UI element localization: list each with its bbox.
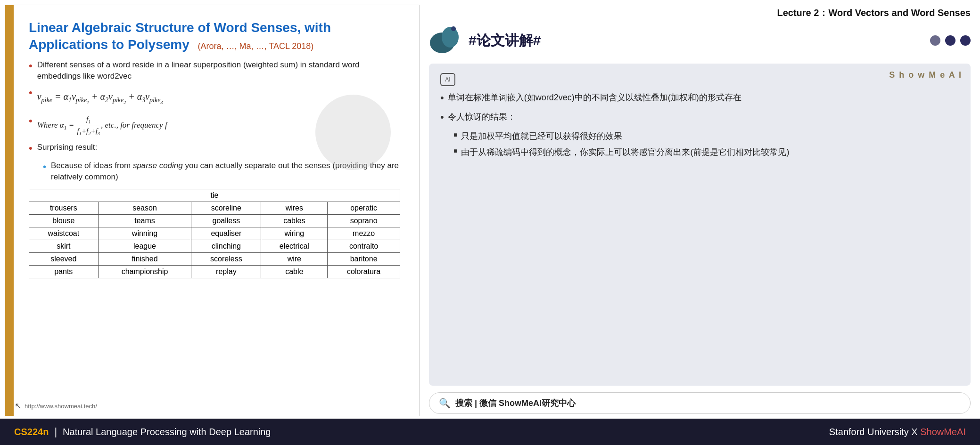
footer-left: CS224n | Natural Language Processing wit… [14, 426, 271, 438]
right-panel: Lecture 2：Word Vectors and Word Senses #… [424, 0, 980, 419]
nav-dots [930, 35, 971, 46]
footer-cs-label: CS224n [14, 427, 49, 437]
topic-title: #论文讲解# [469, 31, 541, 50]
slide-title: Linear Algebraic Structure of Word Sense… [29, 19, 400, 54]
table-row: sleeved finished scoreless wire baritone [29, 253, 400, 266]
circle-decoration [315, 95, 391, 170]
svg-point-2 [451, 26, 456, 31]
ai-icon: AI [440, 73, 455, 86]
bullet-dot-2: • [29, 86, 33, 100]
cn-sub-1: ■ 只是加权平均值就已经可以获得很好的效果 [453, 129, 959, 143]
search-text: 搜索 | 微信 ShowMeAI研究中心 [455, 397, 576, 409]
bullet-text-4: Surprising result: [37, 142, 98, 153]
lecture-title: Lecture 2：Word Vectors and Word Senses [429, 4, 971, 24]
watermark: ↖ http://www.showmeai.tech/ [15, 401, 97, 411]
table-header: tie [29, 189, 400, 202]
content-box: S h o w M e A I AI • 单词在标准单词嵌入(如word2vec… [429, 64, 971, 386]
cursor-icon: ↖ [15, 401, 22, 411]
cn-text-2: 令人惊讶的结果： [448, 110, 516, 124]
sub-bullet-dot: • [43, 160, 46, 173]
bullet-dot-3: • [29, 114, 33, 128]
nav-dot-3[interactable] [960, 35, 971, 46]
table-row: pants championship replay cable coloratu… [29, 266, 400, 278]
table-row: trousers season scoreline wires operatic [29, 202, 400, 215]
bullet-dot-4: • [29, 142, 33, 155]
watermark-url: http://www.showmeai.tech/ [25, 403, 97, 410]
showmeai-label: S h o w M e A I [889, 70, 962, 80]
nav-dot-2[interactable] [945, 35, 955, 46]
stanford-text: Stanford University X ShowMeAI [829, 427, 966, 437]
slide-reference: (Arora, …, Ma, …, TACL 2018) [198, 41, 314, 51]
ai-icon-text: AI [445, 76, 450, 83]
bullet-text-1: Different senses of a word reside in a l… [37, 59, 400, 82]
cn-sub-icon-2: ■ [453, 146, 457, 156]
table-row: waistcoat winning equaliser wiring mezzo [29, 227, 400, 240]
cn-bullet-2: • 令人惊讶的结果： [440, 110, 959, 125]
word-table: tie trousers season scoreline wires oper… [29, 189, 400, 278]
cn-bullets: • 单词在标准单词嵌入(如word2vec)中的不同含义以线性叠加(加权和)的形… [440, 91, 959, 159]
cn-dot-2: • [440, 110, 444, 125]
nav-dot-1[interactable] [930, 35, 940, 46]
cn-sub-icon-1: ■ [453, 129, 457, 140]
cn-bullet-1: • 单词在标准单词嵌入(如word2vec)中的不同含义以线性叠加(加权和)的形… [440, 91, 959, 105]
svg-point-1 [442, 27, 459, 48]
search-icon: 🔍 [439, 397, 451, 409]
cn-dot-1: • [440, 91, 444, 105]
slide-panel: Linear Algebraic Structure of Word Sense… [5, 5, 420, 416]
search-bar[interactable]: 🔍 搜索 | 微信 ShowMeAI研究中心 [429, 392, 971, 414]
table-row: blouse teams goalless cables soprano [29, 215, 400, 227]
footer-right: Stanford University X ShowMeAI [829, 427, 966, 437]
slide-accent-bar [5, 5, 14, 416]
topic-header: #论文讲解# [429, 24, 971, 57]
footer-description: Natural Language Processing with Deep Le… [63, 427, 271, 437]
bullet-dot-1: • [29, 59, 33, 73]
topic-icon [429, 24, 462, 57]
bullet-formula-1: vpike = α1vpike1 + α2vpike2 + α3vpike3 [37, 90, 163, 106]
footer: CS224n | Natural Language Processing wit… [0, 419, 980, 445]
cn-text-1: 单词在标准单词嵌入(如word2vec)中的不同含义以线性叠加(加权和)的形式存… [448, 91, 741, 105]
cn-sub-text-2: 由于从稀疏编码中得到的概念，你实际上可以将感官分离出来(前提是它们相对比较常见) [461, 146, 789, 159]
bullet-1: • Different senses of a word reside in a… [29, 59, 400, 82]
cn-sub-2: ■ 由于从稀疏编码中得到的概念，你实际上可以将感官分离出来(前提是它们相对比较常… [453, 146, 959, 159]
table-row: skirt league clinching electrical contra… [29, 240, 400, 253]
bullet-formula-2: Where α1 = f1 f1+f2+f3 , etc., for frequ… [37, 114, 167, 137]
footer-divider: | [54, 426, 57, 438]
cn-sub-text-1: 只是加权平均值就已经可以获得很好的效果 [461, 129, 622, 143]
